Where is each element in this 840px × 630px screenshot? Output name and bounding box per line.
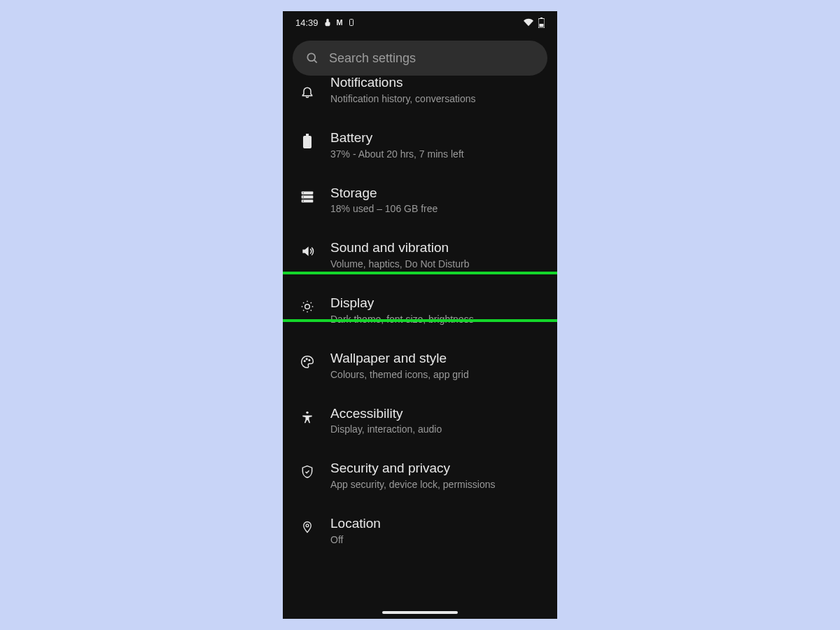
settings-item-display[interactable]: Display Dark theme, font size, brightnes…	[283, 282, 557, 337]
settings-item-title: Display	[330, 295, 552, 312]
svg-point-16	[304, 360, 305, 362]
settings-item-security[interactable]: Security and privacy App security, devic…	[283, 447, 557, 503]
svg-point-18	[309, 359, 310, 360]
wifi-icon	[523, 18, 534, 27]
settings-item-battery[interactable]: Battery 37% - About 20 hrs, 7 mins left	[283, 117, 557, 172]
svg-point-5	[307, 53, 315, 61]
settings-item-location[interactable]: Location Off	[283, 503, 557, 558]
shield-icon	[298, 463, 316, 481]
svg-rect-8	[306, 134, 309, 136]
phone-frame: 14:39 M Search settings Notifications No…	[283, 11, 557, 619]
settings-item-sub: Display, interaction, audio	[330, 424, 552, 435]
svg-point-20	[306, 524, 309, 527]
svg-line-6	[314, 60, 317, 63]
settings-item-title: Location	[330, 515, 552, 532]
battery-status-icon	[538, 18, 545, 28]
settings-item-sub: Dark theme, font size, brightness	[330, 314, 552, 325]
settings-item-sub: 37% - About 20 hrs, 7 mins left	[330, 148, 552, 160]
svg-point-12	[303, 192, 304, 192]
status-bar: 14:39 M	[283, 11, 557, 34]
battery-icon	[298, 132, 316, 150]
settings-item-accessibility[interactable]: Accessibility Display, interaction, audi…	[283, 393, 557, 448]
svg-rect-0	[350, 20, 354, 26]
location-icon	[298, 518, 316, 536]
settings-item-title: Sound and vibration	[330, 239, 552, 256]
storage-icon	[298, 188, 316, 206]
svg-rect-3	[540, 18, 542, 19]
svg-point-13	[303, 196, 304, 197]
svg-rect-7	[303, 136, 312, 148]
settings-item-title: Notifications	[330, 74, 552, 91]
settings-item-title: Accessibility	[330, 405, 552, 422]
svg-point-19	[306, 411, 308, 413]
volume-icon	[298, 242, 316, 260]
settings-item-sub: Off	[330, 534, 552, 545]
settings-item-sub: 18% used – 106 GB free	[330, 203, 552, 214]
settings-item-title: Security and privacy	[330, 460, 552, 477]
search-settings-input[interactable]: Search settings	[293, 41, 547, 76]
svg-rect-4	[540, 24, 544, 27]
settings-item-sub: Colours, themed icons, app grid	[330, 369, 552, 380]
settings-item-sub: Notification history, conversations	[330, 93, 552, 104]
gmail-icon: M	[337, 18, 344, 27]
settings-item-title: Storage	[330, 185, 552, 202]
home-indicator[interactable]	[382, 611, 458, 614]
search-placeholder: Search settings	[329, 51, 416, 66]
settings-item-title: Battery	[330, 130, 552, 146]
svg-point-17	[306, 358, 307, 360]
settings-item-title: Wallpaper and style	[330, 350, 552, 367]
svg-point-14	[303, 200, 304, 201]
accessibility-icon	[298, 408, 316, 426]
status-time: 14:39	[295, 18, 318, 28]
settings-list: Notifications Notification history, conv…	[283, 78, 557, 558]
phone-vibrate-icon	[347, 18, 356, 27]
palette-icon	[298, 353, 316, 371]
settings-item-notifications[interactable]: Notifications Notification history, conv…	[283, 80, 557, 117]
svg-point-15	[305, 304, 310, 309]
settings-item-storage[interactable]: Storage 18% used – 106 GB free	[283, 172, 557, 227]
bell-icon	[298, 83, 316, 101]
settings-item-sub: Volume, haptics, Do Not Disturb	[330, 258, 552, 270]
settings-item-sound[interactable]: Sound and vibration Volume, haptics, Do …	[283, 227, 557, 282]
settings-item-wallpaper[interactable]: Wallpaper and style Colours, themed icon…	[283, 337, 557, 393]
brightness-icon	[298, 298, 316, 316]
touch-icon	[323, 18, 332, 27]
settings-item-sub: App security, device lock, permissions	[330, 479, 552, 490]
search-icon	[305, 51, 319, 65]
